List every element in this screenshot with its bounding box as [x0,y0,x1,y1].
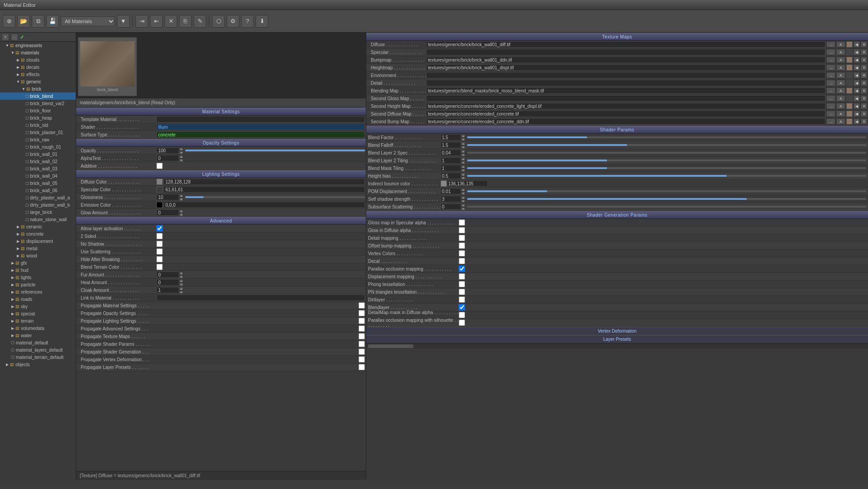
tree-item-metal[interactable]: ▶ ▤ metal [0,245,76,252]
tree-item-brick-blend[interactable]: ◻ brick_blend [0,92,76,100]
shader-gen-checkbox[interactable] [459,273,465,280]
tree-item-engineassets[interactable]: ▼ ▤ engineassets [0,42,76,49]
tree-expand-btn[interactable]: + [2,34,9,41]
texture-a-btn[interactable]: A [836,95,845,102]
shader-param-value[interactable] [441,150,461,156]
shader-param-spinner[interactable]: ▲ ▼ [461,142,466,148]
diffuse-color-value[interactable] [164,179,365,185]
shader-param-value[interactable] [441,203,461,210]
spinner-up[interactable]: ▲ [461,150,466,153]
texture-path-input[interactable] [426,64,825,71]
texture-browse-btn[interactable]: ... [826,72,835,78]
texture-browse-btn[interactable]: ... [826,103,835,109]
texture-browse-btn[interactable]: ... [826,57,835,63]
shader-param-value[interactable] [441,173,461,179]
shader-param-spinner[interactable]: ▲ ▼ [461,150,466,156]
slider-track[interactable] [467,167,866,169]
texture-x-btn[interactable]: ✕ [861,72,867,78]
texture-a-btn[interactable]: A [836,41,845,48]
tree-item-concrete[interactable]: ▶ ▤ concrete [0,230,76,237]
tree-item-volumedata[interactable]: ▶ ▤ volumedata [0,324,76,332]
vertex-deform-header[interactable]: Vertex Deformation [366,327,868,335]
spinner-down[interactable]: ▼ [461,138,466,141]
texture-extra-btn[interactable]: ◀ [853,103,860,109]
scrollbar-thumb[interactable] [368,344,413,348]
tree-item-decals[interactable]: ▶ ▤ decals [0,63,76,71]
use-scatter-checkbox[interactable] [156,248,163,255]
texture-browse-btn[interactable]: ... [826,49,835,55]
texture-extra-btn[interactable]: ◀ [853,49,860,55]
spinner-down[interactable]: ▼ [179,213,184,217]
spinner-down[interactable]: ▼ [461,176,466,180]
texture-path-input[interactable] [426,118,825,125]
texture-extra-btn[interactable]: ◀ [853,87,860,94]
shader-gen-checkbox[interactable] [459,250,465,257]
diffuse-color-swatch[interactable] [156,179,163,185]
fur-spinner[interactable]: ▲ ▼ [179,271,184,278]
opacity-slider[interactable] [185,150,365,151]
render-button[interactable]: ⬡ [212,15,225,28]
shader-param-spinner[interactable]: ▲ ▼ [461,188,466,194]
propagate-material-checkbox[interactable] [359,302,365,309]
slider-track[interactable] [467,198,866,200]
texture-x-btn[interactable]: ✕ [861,87,867,94]
spinner-up[interactable]: ▲ [179,147,184,151]
texture-a-btn[interactable]: A [836,64,845,71]
tree-item-brick-old[interactable]: ◻ brick_old [0,121,76,129]
spinner-up[interactable]: ▲ [461,196,466,199]
shader-param-value[interactable] [441,165,461,171]
tree-item-brick-floor[interactable]: ◻ brick_floor [0,107,76,114]
additive-checkbox[interactable] [156,163,163,169]
texture-path-input[interactable] [426,72,825,78]
shader-param-value[interactable] [441,157,461,164]
shader-gen-checkbox[interactable] [459,258,465,264]
dropdown-arrow-button[interactable]: ▼ [117,15,130,28]
shader-gen-checkbox[interactable] [459,289,465,295]
tree-item-brick-wall06[interactable]: ◻ brick_wall_06 [0,187,76,194]
tree-item-clouds[interactable]: ▶ ▤ clouds [0,56,76,63]
propagate-advanced-checkbox[interactable] [359,325,365,332]
texture-x-btn[interactable]: ✕ [861,41,867,48]
shader-param-value[interactable] [441,196,461,202]
allow-layer-checkbox[interactable] [156,225,163,232]
spinner-down[interactable]: ▼ [179,275,184,279]
tree-item-dirty-plaster-a[interactable]: ◻ dirty_plaster_wall_a [0,194,76,201]
texture-x-btn[interactable]: ✕ [861,103,867,109]
texture-path-input[interactable] [426,41,825,48]
scrollbar-horizontal[interactable] [366,343,868,349]
spinner-down[interactable]: ▼ [461,153,466,157]
tree-item-material-default[interactable]: ⬡ material_default [0,339,76,346]
hide-break-checkbox[interactable] [156,256,163,262]
shader-param-spinner[interactable]: ▲ ▼ [461,196,466,202]
propagate-opacity-checkbox[interactable] [359,310,365,316]
texture-a-btn[interactable]: A [836,57,845,63]
spinner-up[interactable]: ▲ [461,165,466,169]
shader-gen-checkbox[interactable] [459,304,465,310]
tree-item-gfx[interactable]: ▶ ▤ gfx [0,259,76,266]
cloak-spinner[interactable]: ▲ ▼ [179,287,184,293]
texture-browse-btn[interactable]: ... [826,64,835,71]
help-button[interactable]: ? [241,15,254,28]
texture-a-btn[interactable]: A [836,87,845,94]
tree-item-ceramic[interactable]: ▶ ▤ ceramic [0,223,76,230]
glow-value[interactable] [156,209,179,216]
texture-a-btn[interactable]: A [836,111,845,117]
export-button[interactable]: ⇤ [150,15,163,28]
shader-gen-checkbox[interactable] [459,320,465,326]
gloss-slider[interactable] [185,196,365,198]
texture-a-btn[interactable]: A [836,80,845,86]
spinner-up[interactable]: ▲ [179,279,184,283]
spinner-up[interactable]: ▲ [179,194,184,198]
shader-param-spinner[interactable]: ▲ ▼ [461,173,466,179]
tree-item-wood[interactable]: ▶ ▤ wood [0,252,76,259]
spinner-down[interactable]: ▼ [179,151,184,155]
cloak-amount-value[interactable] [156,287,179,293]
shader-gen-checkbox[interactable] [459,281,465,287]
specular-color-swatch[interactable] [156,186,163,193]
shader-value[interactable] [156,124,365,130]
tree-item-objects[interactable]: ▶ ▤ objects [0,361,76,368]
surface-value[interactable] [156,131,365,138]
spinner-down[interactable]: ▼ [461,192,466,195]
tree-item-brick-heap[interactable]: ◻ brick_heap [0,114,76,121]
tree-item-generic[interactable]: ▼ ▤ generic [0,78,76,85]
